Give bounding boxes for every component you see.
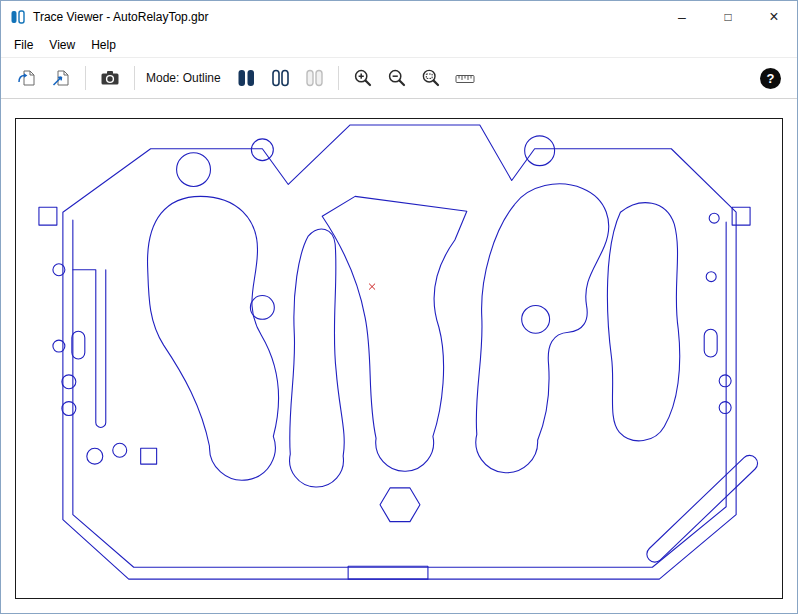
- trace-bars-disabled-icon: [303, 67, 325, 89]
- trace-outlines: [39, 125, 761, 579]
- trace-viewer-window: Trace Viewer - AutoRelayTop.gbr – □ × Fi…: [0, 0, 798, 614]
- mode-filled-button[interactable]: [230, 62, 262, 94]
- zoom-in-icon: [353, 68, 373, 88]
- gerber-drawing: [16, 119, 782, 598]
- origin-marker: [369, 284, 375, 290]
- board-outline: [63, 125, 736, 579]
- close-button[interactable]: ×: [751, 1, 797, 33]
- toolbar-separator: [338, 66, 339, 90]
- window-title: Trace Viewer - AutoRelayTop.gbr: [33, 10, 208, 24]
- zoom-out-icon: [387, 68, 407, 88]
- window-controls: – □ ×: [659, 1, 797, 33]
- bottom-edge-rect: [348, 566, 428, 579]
- ruler-icon: [455, 68, 475, 88]
- convert-file-button[interactable]: [45, 62, 77, 94]
- zoom-region-button[interactable]: [415, 62, 447, 94]
- trace-bars-outline-icon: [269, 67, 291, 89]
- convert-file-icon: [51, 68, 71, 88]
- camera-icon: [100, 68, 120, 88]
- trace-bars-filled-icon: [235, 67, 257, 89]
- menu-help[interactable]: Help: [83, 35, 124, 55]
- toolbar-separator: [134, 66, 135, 90]
- minimize-button[interactable]: –: [659, 1, 705, 33]
- menu-bar: File View Help: [1, 33, 797, 57]
- open-file-icon: [17, 68, 37, 88]
- maximize-button[interactable]: □: [705, 1, 751, 33]
- menu-view[interactable]: View: [41, 35, 83, 55]
- mode-outline-button[interactable]: [264, 62, 296, 94]
- mode-label: Mode: Outline: [146, 71, 221, 85]
- toolbar-separator: [85, 66, 86, 90]
- mode-ghost-button[interactable]: [298, 62, 330, 94]
- zoom-in-button[interactable]: [347, 62, 379, 94]
- slot-and-square-pads: [39, 207, 750, 464]
- round-pads: [53, 136, 731, 464]
- hexagon-pad: [380, 488, 420, 522]
- open-file-button[interactable]: [11, 62, 43, 94]
- toolbar: Mode: Outline: [1, 57, 797, 99]
- app-icon: [10, 9, 26, 25]
- measure-button[interactable]: [449, 62, 481, 94]
- zoom-out-button[interactable]: [381, 62, 413, 94]
- title-bar: Trace Viewer - AutoRelayTop.gbr – □ ×: [1, 1, 797, 33]
- menu-file[interactable]: File: [6, 35, 41, 55]
- snapshot-button[interactable]: [94, 62, 126, 94]
- help-button[interactable]: ?: [760, 68, 781, 89]
- diagonal-slot: [644, 452, 761, 565]
- help-question-icon: ?: [767, 71, 775, 86]
- gerber-canvas[interactable]: [15, 118, 783, 599]
- zoom-to-region-icon: [421, 68, 441, 88]
